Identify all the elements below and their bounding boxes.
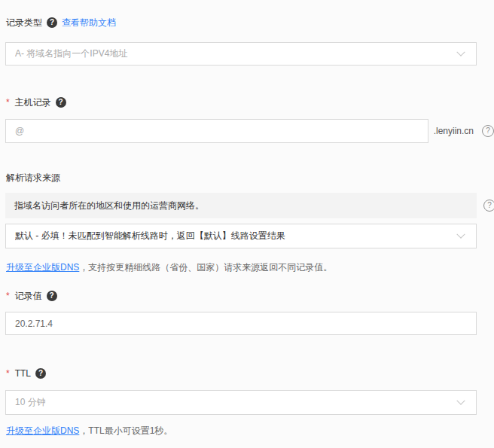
ttl-upgrade-note-line: 升级至企业版DNS，TTL最小可设置1秒。 xyxy=(6,424,172,437)
ttl-selected-value: 10 分钟 xyxy=(15,396,458,409)
host-record-label: 主机记录 xyxy=(15,96,51,108)
help-icon[interactable]: ? xyxy=(47,17,57,28)
record-type-label-row: 记录类型 ? 查看帮助文档 xyxy=(6,17,116,29)
help-glyph: ? xyxy=(50,19,54,26)
upgrade-note-text: ，支持按更精细线路（省份、国家）请求来源返回不同记录值。 xyxy=(79,262,332,273)
record-value-label-row: * 记录值 ? xyxy=(6,290,57,302)
record-value-row xyxy=(5,312,477,335)
record-type-selected-value: A- 将域名指向一个IPV4地址 xyxy=(15,47,458,60)
resolution-source-label-row: 解析请求来源 xyxy=(6,172,60,184)
resolution-source-description: 指域名访问者所在的地区和使用的运营商网络。 xyxy=(5,193,477,218)
record-type-label: 记录类型 xyxy=(6,17,42,29)
help-icon[interactable]: ? xyxy=(47,291,57,301)
upgrade-enterprise-dns-link[interactable]: 升级至企业版DNS xyxy=(6,262,79,273)
host-record-input[interactable] xyxy=(5,119,428,143)
required-mark: * xyxy=(6,96,10,108)
resolution-source-label: 解析请求来源 xyxy=(6,172,60,184)
upgrade-note-line: 升级至企业版DNS，支持按更精细线路（省份、国家）请求来源返回不同记录值。 xyxy=(6,261,332,274)
help-glyph: ? xyxy=(38,370,43,377)
chevron-down-icon xyxy=(456,230,465,238)
required-mark: * xyxy=(6,290,10,302)
chevron-down-icon xyxy=(456,396,465,404)
help-icon[interactable]: ? xyxy=(482,125,494,137)
chevron-down-icon xyxy=(456,47,465,56)
ttl-label-row: * TTL ? xyxy=(6,367,46,379)
help-glyph: ? xyxy=(50,292,54,300)
help-icon[interactable]: ? xyxy=(483,200,494,212)
required-mark: * xyxy=(6,367,10,379)
help-doc-link[interactable]: 查看帮助文档 xyxy=(62,17,116,29)
host-record-label-row: * 主机记录 ? xyxy=(6,96,66,108)
resolution-line-select[interactable]: 默认 - 必填！未匹配到智能解析线路时，返回【默认】线路设置结果 xyxy=(5,224,477,248)
help-glyph: ? xyxy=(486,127,490,135)
resolution-line-selected-value: 默认 - 必填！未匹配到智能解析线路时，返回【默认】线路设置结果 xyxy=(15,230,458,242)
dns-record-form: 记录类型 ? 查看帮助文档 A- 将域名指向一个IPV4地址 * 主机记录 ? … xyxy=(0,0,494,448)
help-icon[interactable]: ? xyxy=(35,368,46,379)
domain-suffix: .lenyiin.cn xyxy=(434,126,474,136)
record-value-input[interactable] xyxy=(5,312,477,335)
record-type-select[interactable]: A- 将域名指向一个IPV4地址 xyxy=(5,42,477,66)
ttl-upgrade-note-text: ，TTL最小可设置1秒。 xyxy=(79,425,172,436)
upgrade-enterprise-dns-link[interactable]: 升级至企业版DNS xyxy=(6,425,79,436)
host-record-row: .lenyiin.cn ? xyxy=(5,119,494,143)
ttl-label: TTL xyxy=(15,367,31,379)
help-icon[interactable]: ? xyxy=(56,97,66,108)
ttl-select[interactable]: 10 分钟 xyxy=(5,390,477,415)
record-value-label: 记录值 xyxy=(15,290,42,302)
help-glyph: ? xyxy=(487,202,492,209)
help-glyph: ? xyxy=(59,99,63,106)
resolution-source-description-text: 指域名访问者所在的地区和使用的运营商网络。 xyxy=(14,200,204,212)
